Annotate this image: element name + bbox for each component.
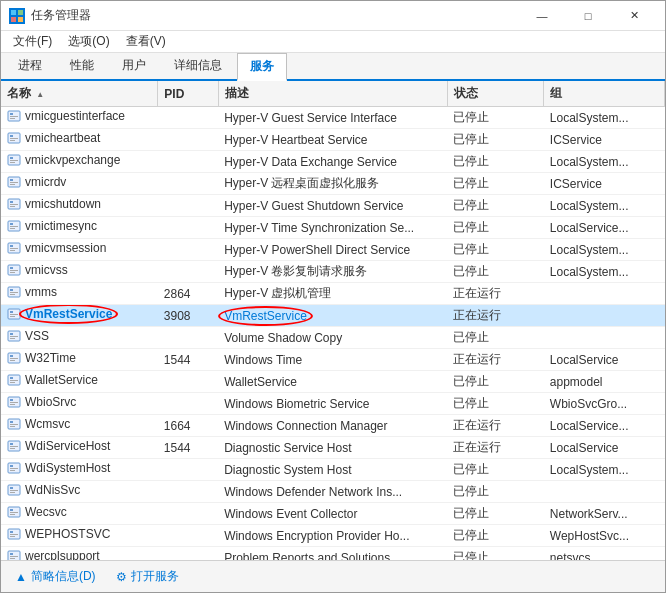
table-row[interactable]: vmickvpexchangeHyper-V Data Exchange Ser… xyxy=(1,151,665,173)
cell-desc: VmRestService xyxy=(218,305,447,327)
cell-group xyxy=(544,283,665,305)
menu-view[interactable]: 查看(V) xyxy=(118,31,174,52)
cell-group: WepHostSvc... xyxy=(544,525,665,547)
highlighted-service-name: VmRestService xyxy=(25,307,112,321)
menu-options[interactable]: 选项(O) xyxy=(60,31,117,52)
cell-pid xyxy=(158,239,218,261)
brief-info-button[interactable]: ▲ 简略信息(D) xyxy=(9,566,102,587)
table-row[interactable]: vmicrdvHyper-V 远程桌面虚拟化服务已停止ICService xyxy=(1,173,665,195)
table-row[interactable]: WecsvcWindows Event Collector已停止NetworkS… xyxy=(1,503,665,525)
table-row[interactable]: WalletServiceWalletService已停止appmodel xyxy=(1,371,665,393)
tab-details[interactable]: 详细信息 xyxy=(161,52,235,79)
cell-pid xyxy=(158,217,218,239)
svg-rect-83 xyxy=(10,536,15,537)
svg-rect-86 xyxy=(10,556,18,557)
cell-desc: Hyper-V 虚拟机管理 xyxy=(218,283,447,305)
cell-pid xyxy=(158,503,218,525)
cell-name: WbioSrvc xyxy=(1,393,158,415)
cell-pid xyxy=(158,173,218,195)
col-header-pid[interactable]: PID xyxy=(158,81,218,107)
svg-rect-62 xyxy=(10,424,18,425)
svg-rect-78 xyxy=(10,512,18,513)
svg-rect-42 xyxy=(10,314,18,315)
table-body: vmicguestinterfaceHyper-V Guest Service … xyxy=(1,107,665,561)
tab-services[interactable]: 服务 xyxy=(237,53,287,81)
cell-group xyxy=(544,305,665,327)
maximize-button[interactable]: □ xyxy=(565,1,611,31)
cell-pid xyxy=(158,151,218,173)
table-row[interactable]: WdiSystemHostDiagnostic System Host已停止Lo… xyxy=(1,459,665,481)
window-title: 任务管理器 xyxy=(31,7,91,24)
cell-group: ICService xyxy=(544,129,665,151)
cell-name: WalletService xyxy=(1,371,158,393)
svg-rect-87 xyxy=(10,558,15,559)
table-row[interactable]: WdiServiceHost1544Diagnostic Service Hos… xyxy=(1,437,665,459)
svg-rect-85 xyxy=(10,553,13,555)
svg-rect-82 xyxy=(10,534,18,535)
service-name: wercplsupport xyxy=(25,549,100,560)
table-row[interactable]: Wcmsvc1664Windows Connection Manager正在运行… xyxy=(1,415,665,437)
cell-pid xyxy=(158,547,218,561)
svg-rect-49 xyxy=(10,355,13,357)
service-name: W32Time xyxy=(25,351,76,365)
cell-pid xyxy=(158,459,218,481)
tab-users[interactable]: 用户 xyxy=(109,52,159,79)
col-header-desc[interactable]: 描述 xyxy=(218,81,447,107)
svg-rect-7 xyxy=(10,118,15,119)
services-table: 名称 ▲ PID 描述 状态 组 vmicguestinterfaceHyper… xyxy=(1,81,665,560)
close-button[interactable]: ✕ xyxy=(611,1,657,31)
cell-group: LocalSystem... xyxy=(544,107,665,129)
table-row[interactable]: vmms2864Hyper-V 虚拟机管理正在运行 xyxy=(1,283,665,305)
svg-rect-61 xyxy=(10,421,13,423)
cell-status: 已停止 xyxy=(447,129,544,151)
cell-desc: Hyper-V Guest Shutdown Service xyxy=(218,195,447,217)
cell-status: 正在运行 xyxy=(447,415,544,437)
svg-rect-54 xyxy=(10,380,18,381)
cell-pid: 1544 xyxy=(158,437,218,459)
table-row[interactable]: WdNisSvcWindows Defender Network Ins...已… xyxy=(1,481,665,503)
table-row[interactable]: WbioSrvcWindows Biometric Service已停止Wbio… xyxy=(1,393,665,415)
svg-rect-1 xyxy=(18,10,23,15)
svg-rect-73 xyxy=(10,487,13,489)
col-header-name[interactable]: 名称 ▲ xyxy=(1,81,158,107)
cell-group: appmodel xyxy=(544,371,665,393)
cell-desc: Diagnostic Service Host xyxy=(218,437,447,459)
table-row[interactable]: VSSVolume Shadow Copy已停止 xyxy=(1,327,665,349)
table-row[interactable]: VmRestService3908VmRestService正在运行 xyxy=(1,305,665,327)
table-row[interactable]: wercplsupportProblem Reports and Solutio… xyxy=(1,547,665,561)
cell-name: WdiServiceHost xyxy=(1,437,158,459)
cell-pid xyxy=(158,129,218,151)
open-services-button[interactable]: ⚙ 打开服务 xyxy=(110,566,185,587)
svg-rect-47 xyxy=(10,338,15,339)
col-header-group[interactable]: 组 xyxy=(544,81,665,107)
cell-group: ICService xyxy=(544,173,665,195)
table-row[interactable]: WEPHOSTSVCWindows Encryption Provider Ho… xyxy=(1,525,665,547)
table-row[interactable]: vmicheartbeatHyper-V Heartbeat Service已停… xyxy=(1,129,665,151)
cell-desc: Volume Shadow Copy xyxy=(218,327,447,349)
cell-status: 已停止 xyxy=(447,525,544,547)
col-header-status[interactable]: 状态 xyxy=(447,81,544,107)
cell-desc: Hyper-V Time Synchronization Se... xyxy=(218,217,447,239)
service-name: vmicguestinterface xyxy=(25,109,125,123)
menu-file[interactable]: 文件(F) xyxy=(5,31,60,52)
table-row[interactable]: vmictimesyncHyper-V Time Synchronization… xyxy=(1,217,665,239)
table-row[interactable]: vmicguestinterfaceHyper-V Guest Service … xyxy=(1,107,665,129)
svg-rect-26 xyxy=(10,226,18,227)
svg-rect-15 xyxy=(10,162,15,163)
services-table-container[interactable]: 名称 ▲ PID 描述 状态 组 vmicguestinterfaceHyper… xyxy=(1,81,665,560)
cell-name: Wecsvc xyxy=(1,503,158,525)
svg-rect-67 xyxy=(10,448,15,449)
tab-performance[interactable]: 性能 xyxy=(57,52,107,79)
svg-rect-51 xyxy=(10,360,15,361)
table-row[interactable]: vmicvssHyper-V 卷影复制请求服务已停止LocalSystem... xyxy=(1,261,665,283)
service-name: vmicrdv xyxy=(25,175,66,189)
svg-rect-21 xyxy=(10,201,13,203)
tab-processes[interactable]: 进程 xyxy=(5,52,55,79)
svg-rect-31 xyxy=(10,250,15,251)
cell-name: vmicheartbeat xyxy=(1,129,158,151)
table-row[interactable]: vmicshutdownHyper-V Guest Shutdown Servi… xyxy=(1,195,665,217)
table-row[interactable]: vmicvmsessionHyper-V PowerShell Direct S… xyxy=(1,239,665,261)
minimize-button[interactable]: — xyxy=(519,1,565,31)
table-row[interactable]: W32Time1544Windows Time正在运行LocalService xyxy=(1,349,665,371)
cell-desc: Hyper-V 卷影复制请求服务 xyxy=(218,261,447,283)
